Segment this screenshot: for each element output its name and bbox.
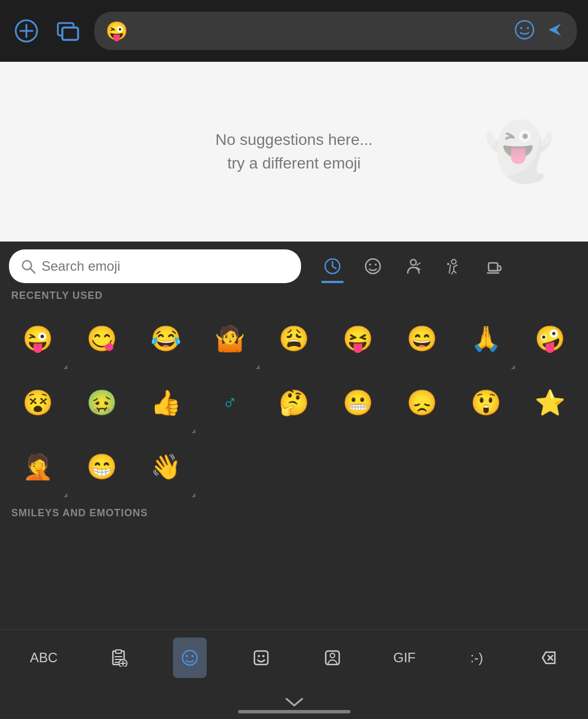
recently-used-label: RECENTLY USED bbox=[0, 283, 588, 305]
svg-rect-22 bbox=[489, 263, 498, 271]
emoji-cell[interactable]: 😋 bbox=[71, 307, 134, 370]
svg-point-8 bbox=[527, 27, 529, 29]
keyboard-sticker-button[interactable] bbox=[244, 638, 278, 678]
emoji-cell[interactable]: 😄 bbox=[390, 307, 453, 370]
gif-label: GIF bbox=[393, 650, 416, 666]
emoji-cell[interactable]: 🙏 bbox=[454, 307, 517, 370]
send-icon[interactable] bbox=[544, 19, 566, 43]
emoji-cell[interactable]: 😵 bbox=[7, 371, 70, 434]
no-suggestions-text: No suggestions here...try a different em… bbox=[215, 128, 372, 175]
svg-line-18 bbox=[417, 263, 420, 265]
top-bar: 😜 bbox=[0, 0, 588, 62]
svg-point-21 bbox=[447, 263, 449, 265]
svg-point-6 bbox=[516, 21, 534, 39]
smileys-emotions-label: SMILEYS AND EMOTIONS bbox=[0, 500, 588, 522]
clipboard-icon bbox=[110, 649, 127, 667]
search-input-box[interactable] bbox=[9, 249, 301, 283]
emoji-cell[interactable]: 🤔 bbox=[263, 371, 326, 434]
category-tab-people[interactable] bbox=[393, 249, 434, 283]
keyboard-backspace-button[interactable] bbox=[531, 638, 565, 678]
svg-rect-4 bbox=[62, 28, 78, 40]
emoji-cell[interactable]: 😂 bbox=[135, 307, 198, 370]
emoji-cell[interactable]: 😬 bbox=[326, 371, 389, 434]
category-tab-activities[interactable] bbox=[434, 249, 474, 283]
svg-point-33 bbox=[183, 650, 197, 665]
sticker-icon bbox=[252, 649, 270, 667]
svg-point-15 bbox=[369, 263, 371, 266]
svg-rect-26 bbox=[116, 650, 121, 653]
svg-point-40 bbox=[330, 653, 335, 658]
backspace-icon bbox=[539, 649, 557, 667]
input-emoji: 😜 bbox=[106, 22, 128, 40]
svg-line-10 bbox=[30, 269, 35, 273]
gallery-icon[interactable] bbox=[53, 16, 83, 46]
category-tab-objects[interactable] bbox=[474, 249, 514, 283]
keyboard-emoji-button[interactable] bbox=[173, 638, 207, 678]
message-input-wrapper: 😜 bbox=[94, 12, 577, 50]
search-icon bbox=[20, 258, 36, 274]
emoji-keyboard: RECENTLY USED 😜 😋 😂 🤷 😩 😝 😄 🙏 🤪 😵 🤢 👍 ♂️… bbox=[0, 242, 588, 719]
svg-point-38 bbox=[262, 655, 265, 657]
emoji-cell[interactable]: 🤢 bbox=[71, 371, 134, 434]
category-tab-recent[interactable] bbox=[312, 249, 353, 283]
add-circle-icon[interactable] bbox=[11, 16, 42, 46]
ghost-icon: 👻 bbox=[484, 119, 554, 185]
svg-point-7 bbox=[520, 27, 522, 29]
svg-point-34 bbox=[186, 655, 188, 657]
emoji-picker-icon[interactable] bbox=[514, 19, 535, 43]
keyboard-emoticon-button[interactable]: :-) bbox=[460, 638, 494, 678]
suggestion-area: No suggestions here...try a different em… bbox=[0, 62, 588, 242]
emoji-cell[interactable]: 👋 bbox=[135, 435, 198, 498]
svg-point-17 bbox=[411, 260, 416, 265]
home-bar bbox=[238, 710, 350, 713]
emoji-cell[interactable]: 😁 bbox=[71, 435, 134, 498]
keyboard-abc-button[interactable]: ABC bbox=[23, 638, 64, 678]
emoji-cell[interactable]: 😜 bbox=[7, 307, 70, 370]
bottom-keyboard-row: ABC bbox=[0, 629, 588, 685]
keyboard-gif-button[interactable]: GIF bbox=[386, 638, 422, 678]
emoji-cell[interactable]: 🤷 bbox=[199, 307, 262, 370]
svg-line-13 bbox=[332, 266, 336, 269]
emoji-cell[interactable]: 🤪 bbox=[518, 307, 581, 370]
emoji-cell[interactable]: 🤦 bbox=[7, 435, 70, 498]
emoji-keyboard-icon bbox=[181, 649, 199, 667]
emoji-cell[interactable]: 😩 bbox=[263, 307, 326, 370]
emoji-cell[interactable]: ⭐ bbox=[518, 371, 581, 434]
svg-point-16 bbox=[375, 263, 377, 266]
category-tab-smileys[interactable] bbox=[353, 249, 393, 283]
emoji-cell[interactable]: 😝 bbox=[326, 307, 389, 370]
svg-rect-36 bbox=[254, 651, 268, 665]
emoji-cell[interactable]: 👍 bbox=[135, 371, 198, 434]
keyboard-bitmoji-button[interactable] bbox=[316, 638, 349, 678]
svg-point-20 bbox=[452, 260, 456, 264]
svg-point-35 bbox=[192, 655, 194, 657]
search-emoji-input[interactable] bbox=[42, 258, 290, 274]
emoji-cell[interactable]: 😞 bbox=[390, 371, 453, 434]
emoji-grid-recent: 😜 😋 😂 🤷 😩 😝 😄 🙏 🤪 😵 🤢 👍 ♂️ 🤔 😬 😞 😲 ⭐ 🤦 😁… bbox=[0, 305, 588, 500]
bitmoji-icon bbox=[323, 649, 341, 667]
emoji-cell[interactable]: 😲 bbox=[454, 371, 517, 434]
svg-point-14 bbox=[366, 259, 380, 274]
home-indicator bbox=[0, 685, 588, 719]
emoticon-label: :-) bbox=[471, 650, 484, 666]
category-tabs bbox=[308, 249, 519, 283]
keyboard-clipboard-button[interactable] bbox=[102, 638, 135, 678]
search-category-row bbox=[0, 242, 588, 283]
abc-label: ABC bbox=[30, 650, 57, 666]
message-input-field[interactable] bbox=[135, 22, 507, 40]
emoji-cell[interactable]: ♂️ bbox=[199, 371, 262, 434]
svg-point-37 bbox=[258, 655, 260, 657]
input-right-icons bbox=[514, 19, 566, 43]
